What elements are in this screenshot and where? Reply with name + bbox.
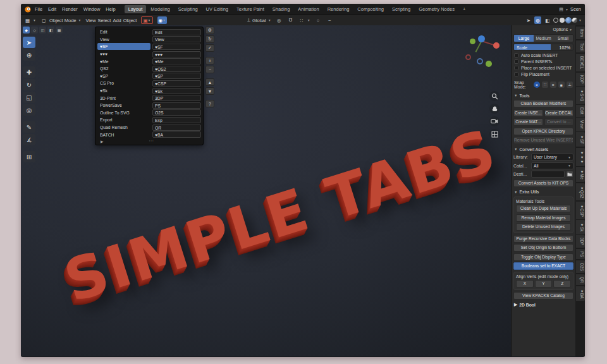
snap-target-icon[interactable]: ∷ [298,16,305,24]
options-dropdown[interactable]: Options ▼ [513,27,573,32]
material-tool-button[interactable]: Remap Material Images [516,214,571,222]
tab-row[interactable]: CS Pro ♥CSP [97,80,201,87]
sidebar-tab[interactable]: ♥QS2 [576,183,585,201]
menu-item[interactable]: File [35,6,42,12]
workspace-tab[interactable]: Animation [294,5,322,13]
checkbox-row[interactable]: Parent INSERTs [513,59,573,65]
tab-short-name-field[interactable]: Exp [152,117,201,123]
show-gizmo-icon[interactable]: ➤ [525,16,532,24]
workspace-tab[interactable]: UV Editing [202,5,232,13]
sidebar-tab[interactable]: BEVEL [576,54,585,71]
tab-short-name-field[interactable]: ♥SP [152,73,201,79]
convert-assets-kitops-button[interactable]: Convert Assets to KIT OPS [513,179,573,187]
panel-side-button[interactable]: − [205,66,214,73]
axis-x-neg-icon[interactable] [465,54,471,60]
tab-row[interactable]: Export Exp [97,116,201,124]
size-option[interactable]: Medium [534,35,553,42]
tab-row[interactable]: ♥SP ♥SP [97,73,201,80]
size-option[interactable]: Small [553,35,573,42]
tool-button[interactable]: ⊕ [23,49,35,61]
tab-short-name-field[interactable]: ♥BA [152,131,201,138]
workspace-tab[interactable]: Shading [269,5,294,13]
checkbox[interactable] [514,66,518,70]
axis-button[interactable]: Y [535,280,553,288]
falloff-curve-icon[interactable]: ~ [326,16,333,24]
tab-row[interactable]: QS2 ♥QS2 [97,65,201,73]
tool-button[interactable]: ✎ [23,121,35,133]
tool-button[interactable]: ◱ [23,92,35,103]
checkbox-row[interactable]: Place on selected INSERT [513,65,573,71]
tab-row[interactable]: 3D-Print 3DP [97,94,201,102]
menu-item[interactable]: Render [62,6,78,12]
tab-name[interactable]: View [97,36,150,43]
menu-item[interactable]: Edit [48,6,56,12]
snap-mode-icon[interactable]: × [534,82,540,88]
workspace-tab[interactable]: Scripting [388,5,414,13]
panel-side-button[interactable]: ↻ [205,35,214,43]
rendered-shading-icon[interactable] [572,18,577,23]
tab-row[interactable]: ♥Sk ♥Sk [97,87,201,95]
zoom-icon[interactable] [489,91,500,101]
tab-row[interactable]: BATCH ♥BA [97,131,201,138]
tab-short-name-field[interactable]: 3DP [152,95,201,101]
tool-button[interactable]: ↻ [23,79,35,90]
sidebar-tab[interactable]: QR [576,274,585,285]
checkbox-row[interactable]: Flip Placement [513,71,573,78]
sidebar-tab[interactable]: Item [576,27,585,39]
tool-button[interactable]: ⊞ [23,151,35,162]
tab-short-name-field[interactable]: QR [152,124,201,131]
tab-short-name-field[interactable]: ♥Sk [152,88,201,94]
material-tool-button[interactable]: Delete Unused Images [516,223,571,231]
tool-button[interactable]: ✚ [23,66,35,78]
checkbox-row[interactable]: Auto scale INSERT [513,52,573,59]
snap-mode-icon[interactable]: ∷ [542,82,548,88]
viewport-menu-item[interactable]: Select [98,18,111,23]
tab-row[interactable]: Edit Edit [97,28,201,36]
tab-short-name-field[interactable]: View [152,36,201,42]
workspace-tab[interactable]: Geometry Nodes [415,5,458,13]
sidebar-tab[interactable]: O2S [576,260,585,274]
tab-name[interactable]: ♥SF [97,43,150,50]
workspace-tab[interactable]: Compositing [353,5,388,13]
tab-short-name-field[interactable]: ♥♥♥ [152,51,201,58]
workspace-tab[interactable]: + [459,5,469,13]
snap-mode-icon[interactable]: ⊥ [567,82,573,88]
axis-button[interactable]: X [516,280,534,288]
navigation-gizmo[interactable] [465,34,501,72]
sidebar-tab[interactable]: ♥CSP [576,202,585,219]
tab-short-name-field[interactable]: ♥CSP [152,80,201,87]
sidebar-tab[interactable]: KOP [576,73,585,86]
material-tool-button[interactable]: Clean Up Dupe Materials [516,205,571,212]
axis-y-icon[interactable] [470,39,475,44]
panel-side-button[interactable]: ⚙ [205,27,214,34]
tab-name[interactable]: Outline To SVG [97,109,150,116]
viewport-menu-item[interactable]: View [85,18,95,23]
axis-x-icon[interactable] [493,42,500,49]
sidebar-tab[interactable]: ♥S+B [576,87,585,104]
mode-dropdown[interactable]: ◻ Object Mode ▼ [40,16,81,24]
convert-assets-section-label[interactable]: Convert Assets [519,147,548,152]
panel-side-button[interactable]: + [205,57,214,64]
tab-name[interactable]: ♥Sk [97,87,150,94]
sidebar-tab[interactable]: Tool [576,40,585,53]
solid-shading-icon[interactable] [560,18,565,23]
sidebar-tab[interactable]: ♥Sk [576,220,585,234]
open-kpack-directory-button[interactable]: Open KPACK Directory [513,128,573,135]
select-mode-icon[interactable]: ◧ [47,27,54,33]
select-mode-icon[interactable]: ◇ [31,27,38,33]
library-dropdown[interactable]: User Library▼ [531,154,573,161]
tab-short-name-field[interactable]: ♥QS2 [152,66,201,72]
tab-row[interactable]: Outline To SVG O2S [97,109,201,117]
pan-hand-icon[interactable] [489,104,500,114]
wireframe-shading-icon[interactable] [553,18,558,23]
tab-row[interactable]: Quad Remesh QR [97,124,201,131]
bool2d-collapsed-section[interactable]: ▶ 2D Bool [513,301,573,308]
select-mode-icon[interactable]: ▦ [56,27,63,33]
addon-pie-icon[interactable]: ◉▼ [157,16,168,24]
snap-mode-icon[interactable]: ■ [558,82,565,88]
sidebar-tab[interactable]: PS [576,249,585,259]
tab-name[interactable]: ♥Me [97,58,150,65]
viewport-menu-item[interactable]: Add [113,18,121,23]
proportional-editing-icon[interactable]: ○ [315,16,322,24]
tab-name[interactable]: 3D-Print [97,95,150,102]
